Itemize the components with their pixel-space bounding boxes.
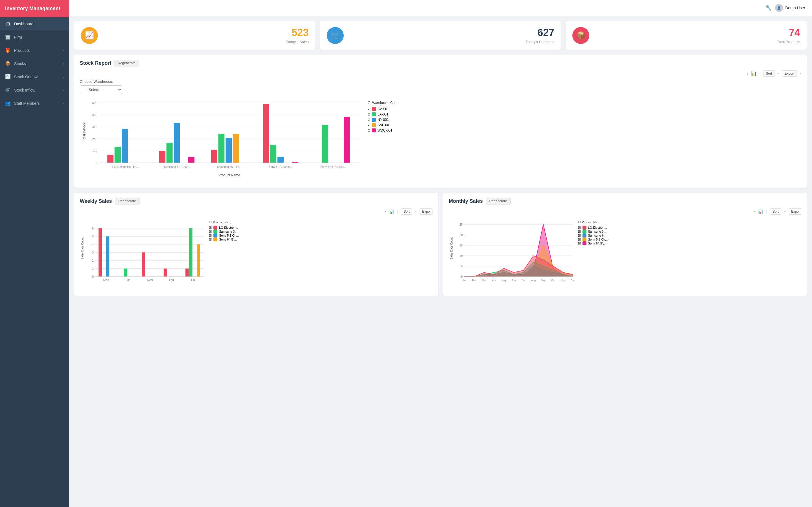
monthly-legend-item-0: ☑ LG Electron... xyxy=(578,226,608,230)
sidebar-arrow-products: › xyxy=(63,49,64,52)
sort-button[interactable]: Sort xyxy=(763,70,774,76)
stat-icon-todays-sales: 📈 xyxy=(81,27,98,44)
divider3: ▾ xyxy=(800,71,801,75)
svg-rect-59 xyxy=(164,269,167,277)
monthly-legend-label-1: Samsung 3... xyxy=(588,230,606,233)
weekly-expand-icon[interactable]: › xyxy=(385,209,386,214)
weekly-export-button[interactable]: Expo xyxy=(419,209,432,215)
chart-type-icon[interactable]: 📊 xyxy=(751,71,757,76)
svg-rect-20 xyxy=(188,157,195,163)
weekly-legend-color-3 xyxy=(213,237,217,241)
stock-report-panel: Stock Report Regenerate › 📊 | Sort ▾ Exp… xyxy=(74,55,807,187)
content-area: 📈 523 Today's Sales 🛒 627 Today's Purcha… xyxy=(69,16,812,301)
svg-rect-19 xyxy=(174,123,180,163)
svg-text:Samsung 3.1 Chan...: Samsung 3.1 Chan... xyxy=(164,165,191,168)
sidebar-label-firm: Firm xyxy=(14,35,64,40)
monthly-export-button[interactable]: Expo xyxy=(789,209,801,215)
stat-label-todays-purchase: Today's Purchase xyxy=(525,40,554,44)
user-name: Demo User xyxy=(785,6,805,10)
svg-text:LG Electronics Flat...: LG Electronics Flat... xyxy=(112,165,139,168)
svg-rect-62 xyxy=(189,228,192,277)
monthly-expand-icon[interactable]: › xyxy=(753,209,755,214)
sidebar-icon-stock-inflow: 🛒 xyxy=(5,87,11,93)
warehouse-select-row: Choose Warehouse: --- Select ---CA-001LA… xyxy=(80,79,801,94)
monthly-legend-item-2: ☑ Samsung 6... xyxy=(578,233,608,237)
avatar: 👤 xyxy=(775,4,783,12)
warehouse-select[interactable]: --- Select ---CA-001LA-001NY-001SAF-001W… xyxy=(80,86,122,94)
monthly-legend-color-3 xyxy=(582,237,587,241)
svg-text:Jul: Jul xyxy=(522,279,525,282)
weekly-controls: › 📊 | Sort ▾ Expo xyxy=(80,209,433,215)
weekly-legend-label-0: LG Electron... xyxy=(219,226,238,229)
weekly-legend-item-3: ☑ Sony 64.5"... xyxy=(209,237,239,241)
sidebar-label-stock-outflow: Stock Outfow xyxy=(14,75,59,79)
svg-text:5: 5 xyxy=(92,235,94,238)
weekly-chart-icon[interactable]: 📊 xyxy=(389,209,395,214)
monthly-legend-color-0 xyxy=(582,226,587,230)
legend-color-CA-001 xyxy=(372,107,376,111)
weekly-legend: ☑ LG Electron...☑ Samsung 3...☑ Sony 5.1… xyxy=(209,226,239,241)
svg-text:Dec: Dec xyxy=(570,279,575,282)
sidebar-arrow-staff-members: › xyxy=(63,102,64,105)
sidebar-arrow-stock-inflow: › xyxy=(63,89,64,92)
svg-text:Sony 5.1 Channel...: Sony 5.1 Channel... xyxy=(269,165,294,168)
sidebar-item-staff-members[interactable]: 👥 Staff Members › xyxy=(0,97,69,110)
legend-item-LA-001: ☑ LA-001 xyxy=(367,112,398,116)
monthly-sales-title: Monthly Sales xyxy=(449,198,483,204)
svg-text:Total Instock: Total Instock xyxy=(82,122,86,142)
legend-color-LA-001 xyxy=(372,112,376,116)
weekly-legend-item-2: ☑ Sony 5.1 Ch... xyxy=(209,233,239,237)
weekly-legend-label-1: Samsung 3... xyxy=(219,230,238,233)
monthly-sort-button[interactable]: Sort xyxy=(770,209,781,215)
sidebar-arrow-stock-outflow: › xyxy=(63,75,64,78)
stat-label-total-products: Total Products xyxy=(777,40,800,44)
legend-title: Warehouse Code xyxy=(372,101,398,105)
sidebar-item-products[interactable]: 🎁 Products › xyxy=(0,44,69,57)
sidebar-item-stock-inflow[interactable]: 🛒 Stock Inflow › xyxy=(0,83,69,97)
sidebar-icon-staff-members: 👥 xyxy=(5,101,11,106)
sidebar-item-stocks[interactable]: 📦 Stocks › xyxy=(0,57,69,70)
svg-text:Sony 64.5" 4K Ultr...: Sony 64.5" 4K Ultr... xyxy=(320,165,346,168)
app-title: Inventory Management xyxy=(5,6,60,11)
svg-text:600: 600 xyxy=(92,101,97,105)
export-button[interactable]: Export xyxy=(782,70,797,76)
svg-text:4: 4 xyxy=(92,243,94,246)
stat-text-todays-purchase: 627 Today's Purchase xyxy=(349,27,555,44)
svg-text:120: 120 xyxy=(92,149,97,152)
legend-label-WDC-001: WDC-001 xyxy=(377,128,393,132)
weekly-chart-wrap: 0123456Sales Date CountMonTueWedThuFri ☑… xyxy=(80,217,433,291)
monthly-controls: › 📊 | Sort ▾ Expo xyxy=(449,209,802,215)
svg-text:Fri: Fri xyxy=(191,278,195,282)
stock-report-regenerate[interactable]: Regenerate xyxy=(114,60,139,66)
sidebar-item-stock-outflow[interactable]: 📉 Stock Outfow › xyxy=(0,70,69,83)
stat-label-todays-sales: Today's Sales xyxy=(286,40,309,44)
weekly-sort-button[interactable]: Sort xyxy=(401,209,412,215)
svg-text:10: 10 xyxy=(459,255,463,258)
expand-icon[interactable]: › xyxy=(747,71,748,76)
stat-card-todays-sales: 📈 523 Today's Sales xyxy=(74,21,315,50)
sidebar-item-dashboard[interactable]: ⊞ Dashboard xyxy=(0,17,69,31)
stock-report-title: Stock Report xyxy=(80,60,111,66)
monthly-legend-label-3: Sony 5.1 Ch... xyxy=(588,238,608,241)
stat-text-total-products: 74 Total Products xyxy=(594,27,800,44)
svg-text:5: 5 xyxy=(461,265,463,268)
legend-check-CA-001: ☑ xyxy=(367,107,370,111)
settings-icon[interactable]: 🔧 xyxy=(765,5,772,11)
legend-item-WDC-001: ☑ WDC-001 xyxy=(367,128,398,132)
monthly-legend: ☑ LG Electron...☑ Samsung 3...☑ Samsung … xyxy=(578,226,608,245)
weekly-regenerate[interactable]: Regenerate xyxy=(115,198,140,205)
svg-text:0: 0 xyxy=(461,275,463,278)
svg-rect-14 xyxy=(114,147,121,163)
stock-bar-svg: 0120240360480600Total InstockLG Electron… xyxy=(80,98,362,182)
svg-rect-63 xyxy=(197,244,200,277)
sidebar: Inventory Management ⊞ Dashboard 🏢 Firm … xyxy=(0,0,69,507)
svg-text:Oct: Oct xyxy=(551,279,555,282)
monthly-chart-icon[interactable]: 📊 xyxy=(758,209,763,214)
stat-icon-total-products: 📦 xyxy=(572,27,589,44)
monthly-regenerate[interactable]: Regenerate xyxy=(486,198,511,205)
sidebar-item-firm[interactable]: 🏢 Firm xyxy=(0,31,69,44)
weekly-legend-color-0 xyxy=(213,226,217,230)
stat-number-todays-sales: 523 xyxy=(292,27,309,39)
topbar: 🔧 👤 Demo User xyxy=(69,0,812,16)
sidebar-icon-stock-outflow: 📉 xyxy=(5,74,11,79)
